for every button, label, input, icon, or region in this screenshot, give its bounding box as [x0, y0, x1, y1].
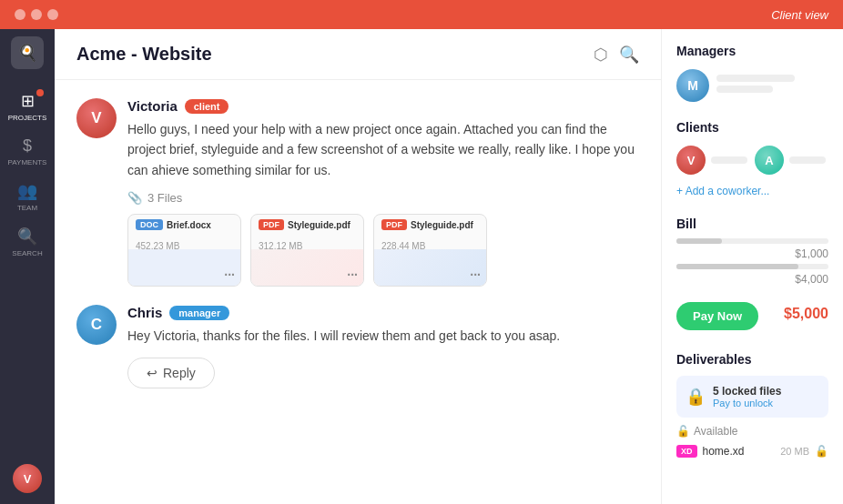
- deliverables-section: Deliverables 🔒 5 locked files Pay to unl…: [676, 352, 828, 458]
- victoria-message-header: Victoria client: [127, 98, 639, 114]
- search-header-icon[interactable]: 🔍: [619, 45, 639, 65]
- available-lock-icon: 🔓: [676, 425, 690, 438]
- locked-info: 5 locked files Pay to unlock: [713, 385, 781, 408]
- file-name-2: Styleguide.pdf: [411, 220, 473, 230]
- page-title: Acme - Website: [76, 44, 212, 65]
- chris-message-body: Chris manager Hey Victoria, thanks for t…: [127, 305, 639, 388]
- pay-now-button[interactable]: Pay Now: [676, 302, 758, 330]
- manager-badge: manager: [169, 306, 229, 320]
- paperclip-icon: 📎: [127, 191, 142, 205]
- lock-icon: 🔒: [686, 387, 706, 407]
- manager-role-line: [716, 86, 773, 93]
- client-avatar-2: A: [755, 146, 784, 175]
- files-label: 📎 3 Files: [127, 191, 639, 205]
- header-actions: ⬡ 🔍: [594, 45, 639, 65]
- locked-count: 5 locked files: [713, 385, 781, 398]
- bill-amount-1: $4,000: [795, 273, 828, 286]
- files-grid: DOC Brief.docx 452.23 MB ···: [127, 214, 639, 287]
- client-avatar-victoria: V: [676, 146, 706, 175]
- sidebar-item-payments[interactable]: $ PAYMENTS: [0, 129, 55, 174]
- locked-files-box[interactable]: 🔒 5 locked files Pay to unlock: [676, 376, 828, 418]
- available-text: Available: [694, 425, 737, 438]
- team-icon: 👥: [17, 181, 37, 201]
- client-badge: client: [185, 99, 229, 114]
- sidebar-item-team[interactable]: 👥 TEAM: [0, 174, 55, 219]
- team-label: TEAM: [17, 204, 37, 212]
- file-card-2-header: PDF Styleguide.pdf: [374, 215, 486, 235]
- close-dot: [15, 9, 25, 20]
- xd-file-size: 20 MB: [780, 446, 809, 457]
- projects-label: PROJECTS: [8, 114, 47, 122]
- sidebar: 🍳 ⊞ PROJECTS $ PAYMENTS 👥 TEAM 🔍 SEARCH …: [0, 29, 55, 504]
- clients-section: Clients V A + Add a coworker...: [676, 120, 828, 198]
- sidebar-item-projects[interactable]: ⊞ PROJECTS: [0, 84, 55, 129]
- bill-bar-0: [676, 238, 828, 244]
- projects-icon: ⊞: [21, 91, 35, 111]
- chris-message-text: Hey Victoria, thanks for the files. I wi…: [127, 326, 639, 346]
- file-options-0[interactable]: ···: [224, 267, 235, 282]
- xd-badge: XD: [676, 445, 697, 458]
- managers-title: Managers: [676, 44, 828, 58]
- client-name-line-0: [711, 156, 747, 164]
- bill-total: $5,000: [784, 306, 828, 322]
- bill-title: Bill: [676, 217, 828, 231]
- main-content: Acme - Website ⬡ 🔍 V Victoria client Hel…: [55, 29, 661, 504]
- sidebar-item-search[interactable]: 🔍 SEARCH: [0, 219, 55, 265]
- file-options-2[interactable]: ···: [470, 267, 481, 282]
- file-card-1-header: PDF Styleguide.pdf: [251, 215, 363, 235]
- search-label: SEARCH: [12, 249, 42, 257]
- topbar: Client view: [0, 0, 843, 29]
- bill-row-0: $1,000: [676, 247, 828, 260]
- available-label: 🔓 Available: [676, 425, 828, 438]
- file-card-1[interactable]: PDF Styleguide.pdf 312.12 MB ···: [250, 214, 364, 287]
- minimize-dot: [31, 9, 42, 20]
- share-icon[interactable]: ⬡: [594, 45, 608, 65]
- message-victoria: V Victoria client Hello guys, I need you…: [76, 98, 639, 287]
- victoria-avatar: V: [76, 98, 117, 138]
- view-label: Client view: [771, 8, 828, 22]
- bill-bar-1: [676, 264, 828, 269]
- file-card-2[interactable]: PDF Styleguide.pdf 228.44 MB ···: [373, 214, 487, 287]
- notification-badge: [36, 89, 44, 96]
- maximize-dot: [47, 9, 58, 20]
- bill-section: Bill $1,000 $4,000 Pay Now $5,000: [676, 217, 828, 334]
- chris-name: Chris: [127, 305, 162, 320]
- file-type-pdf-1: PDF: [259, 219, 284, 230]
- clients-title: Clients: [676, 120, 828, 135]
- file-item-xd[interactable]: XD home.xd 20 MB 🔓: [676, 445, 828, 458]
- xd-file-name: home.xd: [703, 445, 745, 458]
- managers-section: Managers M: [676, 44, 828, 102]
- content-header: Acme - Website ⬡ 🔍: [55, 29, 661, 80]
- file-card-0[interactable]: DOC Brief.docx 452.23 MB ···: [127, 214, 241, 287]
- file-name-0: Brief.docx: [167, 220, 211, 230]
- messages-list: V Victoria client Hello guys, I need you…: [55, 80, 661, 504]
- file-type-pdf-2: PDF: [381, 219, 407, 230]
- chris-avatar: C: [76, 305, 117, 345]
- search-sidebar-icon: 🔍: [17, 227, 37, 247]
- add-coworker-link[interactable]: + Add a coworker...: [676, 185, 769, 197]
- file-lock-icon: 🔓: [815, 445, 828, 458]
- unlock-link[interactable]: Pay to unlock: [713, 398, 781, 408]
- reply-button[interactable]: ↩ Reply: [127, 358, 215, 388]
- manager-item: M: [676, 69, 828, 102]
- client-item-0: V: [676, 146, 747, 175]
- file-options-1[interactable]: ···: [347, 267, 358, 282]
- payments-icon: $: [23, 136, 32, 156]
- manager-info: [716, 75, 828, 96]
- user-avatar[interactable]: V: [13, 464, 42, 493]
- victoria-message-text: Hello guys, I need your help with a new …: [127, 119, 639, 180]
- client-item-1: A: [755, 146, 826, 175]
- file-name-1: Styleguide.pdf: [288, 220, 350, 230]
- bill-amount-0: $1,000: [795, 247, 828, 260]
- bill-fill-0: [676, 238, 722, 244]
- bill-fill-1: [676, 264, 798, 269]
- manager-avatar: M: [676, 69, 709, 102]
- window-controls: [15, 9, 58, 20]
- reply-icon: ↩: [147, 366, 157, 380]
- message-chris: C Chris manager Hey Victoria, thanks for…: [76, 305, 639, 388]
- victoria-name: Victoria: [127, 98, 178, 114]
- sidebar-bottom: V: [13, 464, 42, 504]
- payments-label: PAYMENTS: [8, 158, 47, 166]
- victoria-message-body: Victoria client Hello guys, I need your …: [127, 98, 639, 287]
- clients-row: V A: [676, 146, 828, 175]
